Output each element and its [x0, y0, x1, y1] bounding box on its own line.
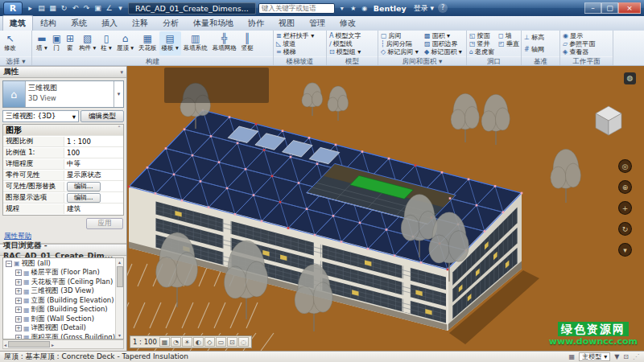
tab-视图[interactable]: 视图: [271, 15, 302, 31]
properties-header[interactable]: 属性 ▾: [0, 66, 126, 78]
tool-栏杆扶手[interactable]: ≣栏杆扶手 ▾: [276, 31, 324, 39]
tool-房间[interactable]: ▢房间: [381, 31, 420, 39]
undo-icon[interactable]: ↶: [70, 2, 80, 14]
fullnav-wheel-icon[interactable]: ◍: [624, 72, 636, 84]
tree-item[interactable]: +▦三维视图 (3D View): [3, 287, 115, 297]
expand-icon[interactable]: +: [15, 306, 22, 313]
expand-icon[interactable]: +: [15, 279, 22, 286]
tool-墙[interactable]: ◻墙: [498, 31, 519, 39]
detail-level-icon[interactable]: ▦: [159, 337, 170, 347]
tree-item[interactable]: +▦详图视图 (Detail): [3, 324, 115, 334]
close-button[interactable]: ×: [618, 2, 641, 14]
quick-access-more-icon[interactable]: ▾: [115, 2, 126, 14]
tree-root-views[interactable]: −▣视图 (all): [3, 259, 115, 269]
tool-模型线[interactable]: ∕模型线: [329, 39, 375, 47]
zoom-icon[interactable]: ⊕: [618, 180, 632, 194]
tree-item[interactable]: +▦立面 (Building Elevation): [3, 296, 115, 306]
visual-style-icon[interactable]: ◔: [171, 337, 181, 347]
properties-menu-icon[interactable]: ▾: [120, 69, 123, 76]
property-value[interactable]: 编辑...: [64, 182, 123, 191]
expand-icon[interactable]: +: [15, 316, 22, 323]
tree-item[interactable]: +▦楼层平面 (Floor Plan): [3, 269, 115, 278]
instance-selector[interactable]: 三维视图: {3D}▾: [2, 110, 79, 122]
panel-label-基准[interactable]: 基准: [522, 56, 559, 65]
project-browser-header[interactable]: 项目浏览器 - RAC_AD_01_Create_Dim...: [0, 244, 126, 256]
select-filter-icon[interactable]: ⊡: [623, 353, 629, 360]
expand-icon[interactable]: +: [15, 288, 22, 294]
viewport-3d[interactable]: ◍ ◎⊕+↻▾ 1 : 100 ▦◔☀◐◇▭⊡◌ 绿色资源网 www.downc…: [127, 66, 644, 351]
expand-icon[interactable]: +: [15, 335, 22, 339]
property-value[interactable]: 编辑...: [64, 193, 123, 203]
tool-标记面积[interactable]: ◆标记面积 ▾: [424, 47, 464, 56]
sun-path-icon[interactable]: ☀: [182, 337, 192, 347]
tree-item[interactable]: +▦剖面 (Building Section): [3, 306, 115, 315]
filter-icon[interactable]: ▼: [614, 353, 619, 360]
property-value[interactable]: 显示原状态: [64, 171, 123, 180]
tool-楼梯[interactable]: ≡楼梯: [276, 47, 324, 56]
unlocked-view-icon[interactable]: ◌: [238, 337, 249, 347]
panel-label-工作平面[interactable]: 工作平面: [560, 56, 613, 65]
tab-修改[interactable]: 修改: [332, 15, 363, 31]
tab-管理[interactable]: 管理: [302, 15, 332, 31]
tool-修改[interactable]: ↖修改: [2, 31, 19, 56]
tool-查看器[interactable]: ◈查看器: [563, 47, 610, 56]
search-input[interactable]: [258, 3, 335, 14]
tool-面积[interactable]: ▩面积 ▾: [424, 31, 464, 39]
tab-体量和场地[interactable]: 体量和场地: [186, 15, 241, 31]
tab-注释[interactable]: 注释: [125, 15, 155, 31]
crop-view-icon[interactable]: ▭: [216, 337, 226, 347]
help-icon[interactable]: ?: [438, 3, 448, 13]
redo-icon[interactable]: ↷: [81, 2, 92, 14]
building-model[interactable]: [127, 66, 643, 351]
comm-center-icon[interactable]: ◉: [360, 5, 369, 12]
scroll-left-icon[interactable]: ◂: [4, 341, 6, 348]
expand-icon[interactable]: +: [15, 298, 22, 304]
panel-label-构建[interactable]: 构建: [32, 56, 273, 65]
property-value[interactable]: 100: [64, 149, 123, 157]
tool-标记房间[interactable]: ◇标记房间 ▾: [381, 47, 420, 56]
scroll-thumb[interactable]: [117, 266, 123, 287]
tool-参照平面[interactable]: ▱参照平面: [563, 39, 610, 47]
orbit-icon[interactable]: ↻: [618, 222, 632, 236]
panel-label-楼梯坡道[interactable]: 楼梯坡道: [274, 56, 326, 65]
edit-type-button[interactable]: 编辑类型: [80, 110, 124, 122]
tool-门[interactable]: ▣门: [50, 31, 64, 56]
tool-墙[interactable]: ▬墙 ▾: [34, 31, 50, 56]
tool-竖梃[interactable]: ║竖梃: [239, 31, 256, 56]
tool-竖井[interactable]: ◳竖井: [469, 39, 494, 47]
tool-垂直[interactable]: ◰垂直: [498, 39, 519, 47]
scroll-thumb[interactable]: [8, 341, 50, 348]
tool-柱[interactable]: ▯柱 ▾: [98, 31, 114, 56]
tab-建筑[interactable]: 建筑: [2, 15, 33, 31]
tool-按面[interactable]: ◱按面: [469, 31, 494, 39]
tool-房间分隔[interactable]: ┆房间分隔: [381, 39, 420, 47]
tool-老虎窗[interactable]: ⌂老虎窗: [469, 47, 494, 56]
tool-标高[interactable]: ⊥标高: [524, 34, 557, 42]
tool-构件[interactable]: ▧构件 ▾: [76, 31, 98, 56]
tab-系统[interactable]: 系统: [64, 15, 94, 31]
open-icon[interactable]: ▤: [36, 2, 47, 14]
pan-icon[interactable]: +: [618, 201, 632, 215]
expand-icon[interactable]: +: [15, 269, 22, 276]
tool-天花板[interactable]: ▦天花板: [136, 31, 159, 56]
type-selector[interactable]: ⌂ 三维视图 3D View ▾: [2, 80, 124, 108]
active-workset-select[interactable]: 主模型▾: [579, 352, 610, 361]
tool-幕墙系统[interactable]: ▥幕墙系统: [181, 31, 210, 56]
tab-协作[interactable]: 协作: [241, 15, 271, 31]
tool-幕墙网格[interactable]: ╬幕墙网格: [210, 31, 239, 56]
steering-wheel-icon[interactable]: ◎: [618, 159, 632, 173]
sync-icon[interactable]: ↻: [59, 2, 69, 14]
signin-button[interactable]: 登录 ▾: [414, 3, 434, 14]
collapse-icon[interactable]: −: [6, 261, 12, 267]
favorites-icon[interactable]: ★: [349, 5, 358, 12]
tab-结构[interactable]: 结构: [33, 15, 64, 31]
tree-item[interactable]: +▦面积平面 (Gross Building): [3, 333, 115, 339]
tool-面积边界[interactable]: ▨面积边界: [424, 39, 464, 47]
browser-hscrollbar[interactable]: ◂▸: [2, 339, 124, 349]
scroll-up-icon[interactable]: ▴: [118, 258, 121, 265]
scroll-right-icon[interactable]: ▸: [52, 341, 54, 348]
tool-坡道[interactable]: ◺坡道: [276, 39, 324, 47]
app-menu-arrow-icon[interactable]: ▸: [25, 2, 35, 14]
edit-button[interactable]: 编辑...: [67, 182, 101, 191]
tab-分析[interactable]: 分析: [155, 15, 186, 31]
